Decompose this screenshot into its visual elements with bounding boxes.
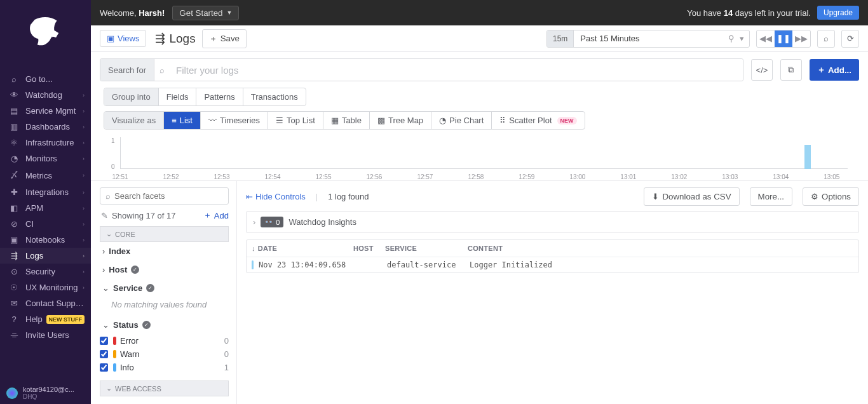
nav-label: CI: [25, 219, 83, 229]
visualize-table[interactable]: ▦Table: [323, 112, 370, 129]
chevron-right-icon: ›: [83, 172, 85, 178]
download-csv-button[interactable]: ⬇Download as CSV: [644, 187, 739, 206]
nav-label: Dashboards: [25, 122, 83, 131]
sidebar-item-logs[interactable]: ⇶Logs›: [0, 248, 91, 264]
chevron-down-icon: ⌄: [102, 320, 109, 330]
search-help-button[interactable]: ⌕: [817, 30, 835, 48]
col-service[interactable]: SERVICE: [385, 245, 468, 252]
visualize-scatter-plot[interactable]: ⠿Scatter PlotNEW: [492, 112, 584, 129]
options-button[interactable]: ⚙Options: [803, 187, 859, 206]
visualize-tree-map[interactable]: ▩Tree Map: [370, 112, 431, 129]
search-input[interactable]: [170, 59, 743, 81]
datadog-logo-icon: [20, 8, 71, 58]
visualize-top-list[interactable]: ☰Top List: [268, 112, 323, 129]
visualize-timeseries[interactable]: 〰Timeseries: [201, 112, 268, 129]
sidebar-item-go-to-[interactable]: ⌕Go to...: [0, 71, 91, 87]
save-button[interactable]: ＋Save: [202, 29, 247, 48]
code-view-button[interactable]: </>: [751, 59, 773, 81]
visualize-list[interactable]: ≡List: [164, 112, 201, 129]
sidebar-item-invite-users[interactable]: ⌯Invite Users: [0, 327, 91, 343]
refresh-button[interactable]: ⟳: [841, 30, 859, 48]
col-content[interactable]: CONTENT: [468, 245, 853, 252]
nav-label: Infrastructure: [25, 138, 83, 147]
sidebar-item-ci[interactable]: ⊘CI›: [0, 216, 91, 232]
welcome-text: Welcome, Harsh!: [100, 8, 165, 18]
chevron-right-icon: ›: [102, 246, 105, 256]
status-info[interactable]: Info1: [100, 361, 236, 374]
facet-status[interactable]: ⌄Status✓: [100, 316, 236, 334]
viz-icon: ⠿: [499, 116, 506, 125]
facet-host[interactable]: ›Host✓: [100, 260, 236, 279]
sidebar-item-notebooks[interactable]: ▣Notebooks›: [0, 232, 91, 248]
nav-label: Security: [25, 267, 83, 276]
group-patterns[interactable]: Patterns: [196, 88, 243, 105]
sidebar-item-apm[interactable]: ◧APM›: [0, 200, 91, 216]
facet-service[interactable]: ⌄Service✓: [100, 279, 236, 297]
facet-section-core[interactable]: ⌄CORE: [100, 226, 229, 242]
status-checkbox[interactable]: [100, 350, 108, 358]
sidebar-item-security[interactable]: ⊙Security›: [0, 264, 91, 279]
chevron-right-icon: ›: [83, 205, 85, 212]
user-row[interactable]: kotar94120@c... DHQ: [0, 382, 91, 404]
col-host[interactable]: HOST: [353, 245, 385, 252]
col-date[interactable]: ↓DATE: [252, 245, 353, 252]
nav-icon: ▥: [8, 122, 20, 131]
views-button[interactable]: ▣Views: [100, 30, 146, 47]
sidebar-item-ux-monitoring[interactable]: ☉UX Monitoring›: [0, 279, 91, 295]
sidebar-item-dashboards[interactable]: ▥Dashboards›: [0, 119, 91, 135]
sidebar-item-infrastructure[interactable]: ⚛Infrastructure›: [0, 135, 91, 151]
facet-index[interactable]: ›Index: [100, 242, 236, 260]
sidebar-item-service-mgmt[interactable]: ▤Service Mgmt›: [0, 103, 91, 119]
nav-icon: ⊙: [8, 267, 20, 276]
status-checkbox[interactable]: [100, 363, 108, 372]
sidebar-item-help[interactable]: ?HelpNEW STUFF: [0, 311, 91, 327]
sidebar-item-integrations[interactable]: ✚Integrations›: [0, 184, 91, 200]
more-button[interactable]: More...: [750, 187, 792, 206]
viz-icon: ≡: [172, 116, 177, 125]
sidebar-item-monitors[interactable]: ◔Monitors›: [0, 151, 91, 166]
forward-button[interactable]: ▶▶: [792, 30, 810, 47]
chevron-right-icon: ›: [83, 221, 85, 227]
page-title: ⇶Logs: [155, 31, 195, 46]
group-into-label: Group into: [104, 88, 159, 105]
pin-icon[interactable]: ⚲: [728, 34, 735, 43]
main: Welcome, Harsh! Get Started▼ You have 14…: [91, 0, 868, 404]
log-row[interactable]: Nov 23 13:04:09.658default-serviceLogger…: [247, 257, 858, 273]
facet-search[interactable]: ⌕: [100, 187, 229, 205]
nav-icon: ⌕: [8, 74, 20, 84]
add-facet-button[interactable]: ＋Add: [203, 210, 229, 221]
search-row: Search for ⌕ </> ⧉ ＋Add...: [91, 52, 868, 84]
copy-button[interactable]: ⧉: [780, 59, 802, 81]
status-color-icon: [113, 350, 116, 358]
viz-icon: ◔: [439, 116, 446, 125]
get-started-button[interactable]: Get Started▼: [172, 6, 239, 20]
time-range-label: Past 15 Minutes: [574, 34, 723, 43]
no-match-text: No matching values found: [100, 297, 236, 316]
logs-icon: ⇶: [155, 31, 165, 46]
add-button[interactable]: ＋Add...: [810, 59, 859, 81]
upgrade-button[interactable]: Upgrade: [817, 6, 859, 20]
facet-search-input[interactable]: [114, 191, 223, 201]
group-fields[interactable]: Fields: [159, 88, 197, 105]
visualize-pie-chart[interactable]: ◔Pie Chart: [431, 112, 492, 129]
sidebar-item-contact-support[interactable]: ✉Contact Support: [0, 295, 91, 311]
status-error[interactable]: Error0: [100, 334, 236, 347]
time-picker[interactable]: 15m Past 15 Minutes ⚲▾: [546, 30, 750, 48]
facet-panel: ⌕ ✎ Showing 17 of 17 ＋Add ⌄CORE ›Index ›…: [91, 181, 237, 404]
pencil-icon[interactable]: ✎: [101, 211, 108, 220]
sidebar-item-metrics[interactable]: 〆Metrics›: [0, 166, 91, 184]
hide-controls-button[interactable]: ⇤Hide Controls: [246, 192, 306, 201]
sidebar-item-watchdog[interactable]: 👁Watchdog›: [0, 87, 91, 103]
pause-button[interactable]: ❚❚: [775, 30, 792, 47]
nav-label: Help: [25, 314, 44, 324]
panel-icon: ▣: [107, 34, 114, 43]
chevron-down-icon[interactable]: ▾: [740, 34, 744, 43]
facet-section-web-access[interactable]: ⌄WEB ACCESS: [100, 380, 229, 396]
rewind-button[interactable]: ◀◀: [757, 30, 775, 47]
status-checkbox[interactable]: [100, 337, 108, 345]
nav-label: Contact Support: [25, 299, 85, 308]
watchdog-insights[interactable]: › 👓0 Watchdog Insights: [246, 211, 859, 233]
status-warn[interactable]: Warn0: [100, 347, 236, 361]
download-icon: ⬇: [652, 192, 659, 201]
group-transactions[interactable]: Transactions: [243, 88, 306, 105]
